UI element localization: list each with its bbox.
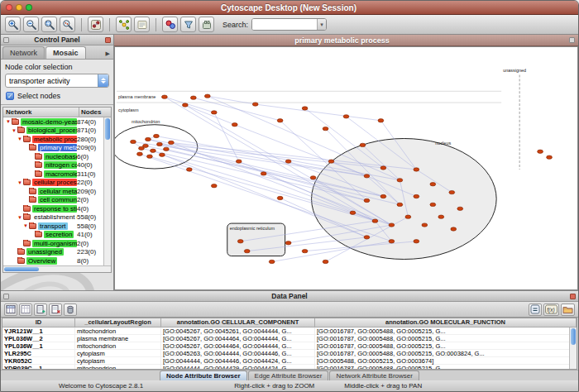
tree-item-label[interactable]: cellular metabolic process <box>38 188 77 195</box>
color-attribute-dropdown[interactable]: transporter activity <box>5 74 109 88</box>
tree-row[interactable]: ▼cellular process22(0) <box>3 179 103 188</box>
tree-row[interactable]: ▼mosaic-demo-yeast874(0) <box>3 117 103 127</box>
tree-item[interactable]: ▼biological_process <box>3 127 77 134</box>
tree-row[interactable]: nucleobase, nucleoside metabolism6(0) <box>3 152 103 161</box>
annotation-icon[interactable] <box>134 17 150 32</box>
tree-item-label[interactable]: cellular process <box>32 179 77 186</box>
tree-row[interactable]: macromolecule metabolism311(0) <box>3 170 103 179</box>
panel-close-icon[interactable] <box>3 294 9 299</box>
tab-network-attribute-browser[interactable]: Network Attribute Browser <box>329 370 419 380</box>
graphics-details-icon[interactable] <box>88 17 103 32</box>
column-header[interactable]: ID <box>2 318 75 327</box>
tree-item[interactable]: macromolecule metabolism <box>3 170 77 178</box>
tree-row[interactable]: ▼transport558(0) <box>3 222 103 231</box>
column-header[interactable]: annotation.GO MOLECULAR_FUNCTION <box>315 318 577 327</box>
tree-item[interactable]: cell communication <box>3 196 77 203</box>
tree-row[interactable]: secretion41(0) <box>3 231 103 240</box>
tree-expand-icon[interactable]: ▼ <box>17 136 23 141</box>
tree-item-label[interactable]: nitrogen compound metabolism <box>44 161 77 169</box>
tab-network[interactable]: Network <box>2 46 45 59</box>
network-canvas[interactable]: mitochondrionnucleusendoplasmic reticulu… <box>114 46 578 290</box>
tree-item-label[interactable]: metabolic process <box>32 136 77 143</box>
tree-item-label[interactable]: nucleobase, nucleoside metabolism <box>44 153 77 160</box>
tab-overflow-icon[interactable]: ▶ <box>106 50 112 59</box>
tree-item[interactable]: nitrogen compound metabolism <box>3 161 77 169</box>
panel-close-icon[interactable] <box>3 37 9 43</box>
tree-item[interactable]: cellular metabolic process <box>3 188 77 195</box>
equation-builder-icon[interactable] <box>529 304 542 316</box>
table-vertical-scrollbar[interactable] <box>569 327 577 369</box>
close-button[interactable] <box>6 4 12 11</box>
tree-item-label[interactable]: multi-organism process <box>32 240 77 247</box>
tree-item-label[interactable]: establishment of localization <box>32 213 77 221</box>
tree-item-label[interactable]: secretion <box>44 231 74 238</box>
table-row[interactable]: YDR039C__1mitochondrion[GO:0044444, GO:0… <box>2 365 577 369</box>
tab-edge-attribute-browser[interactable]: Edge Attribute Browser <box>248 370 329 380</box>
tree-item[interactable]: unassigned <box>3 248 77 256</box>
maximize-button[interactable] <box>26 4 32 11</box>
unselect-attributes-icon[interactable] <box>19 304 32 316</box>
tree-row[interactable]: nitrogen compound metabolism40(0) <box>3 161 103 170</box>
network-float-icon[interactable] <box>569 37 575 43</box>
tree-row[interactable]: ▼biological_process871(0) <box>3 127 103 136</box>
scrollbar-thumb[interactable] <box>4 267 39 271</box>
delete-attribute-icon[interactable] <box>49 304 62 316</box>
zoom-fit-icon[interactable] <box>60 17 75 32</box>
search-input[interactable] <box>252 19 317 30</box>
panel-float-icon[interactable] <box>570 294 576 299</box>
tree-expand-icon[interactable]: ▼ <box>11 128 17 133</box>
tree-expand-icon[interactable]: ▼ <box>5 119 12 124</box>
panel-float-icon[interactable] <box>105 37 111 43</box>
zoom-selected-icon[interactable] <box>41 17 57 32</box>
import-table-icon[interactable] <box>561 304 575 316</box>
tree-row[interactable]: ▼establishment of localization558(0) <box>3 213 103 222</box>
tree-row[interactable]: ▼metabolic process280(0) <box>3 135 103 144</box>
first-neighbors-icon[interactable] <box>116 17 132 32</box>
tree-item-label[interactable]: primary metabolic process <box>38 144 77 151</box>
vizmapper-icon[interactable] <box>162 17 178 32</box>
tree-expand-icon[interactable]: ▼ <box>17 180 23 185</box>
minimize-button[interactable] <box>16 4 22 11</box>
tree-row[interactable]: response to stimulus4(0) <box>3 204 103 213</box>
tree-expand-icon[interactable]: ▼ <box>17 215 23 220</box>
tree-item-label[interactable]: transport <box>38 222 68 230</box>
tab-node-attribute-browser[interactable]: Node Attribute Browser <box>160 370 247 380</box>
scrollbar-thumb[interactable] <box>105 118 110 140</box>
control-panel-header[interactable]: Control Panel <box>1 35 113 45</box>
tree-item-label[interactable]: macromolecule metabolism <box>44 170 77 178</box>
tree-horizontal-scrollbar[interactable] <box>3 265 111 272</box>
zoom-in-icon[interactable] <box>5 17 21 32</box>
clear-table-icon[interactable] <box>64 304 77 316</box>
new-attribute-icon[interactable] <box>34 304 47 316</box>
tree-item[interactable]: ▼mosaic-demo-yeast <box>3 118 77 126</box>
tab-mosaic[interactable]: Mosaic <box>45 46 86 59</box>
function-icon[interactable]: f(x) <box>543 304 559 316</box>
data-panel-header[interactable]: Data Panel <box>1 291 578 302</box>
select-nodes-checkbox[interactable]: ✓ <box>6 92 14 100</box>
tree-row[interactable]: multi-organism process2(0) <box>3 239 103 248</box>
tree-item[interactable]: ▼metabolic process <box>3 136 77 143</box>
tree-item[interactable]: nucleobase, nucleoside metabolism <box>3 153 77 160</box>
tree-row[interactable]: unassigned223(0) <box>3 248 103 257</box>
plugins-icon[interactable] <box>199 17 214 32</box>
column-header[interactable]: annotation.GO CELLULAR_COMPONENT <box>161 318 315 327</box>
scrollbar-thumb[interactable] <box>571 328 576 345</box>
tree-row[interactable]: Overview8(0) <box>3 256 103 265</box>
tree-item[interactable]: Overview <box>3 257 77 265</box>
tree-header-nodes[interactable]: Nodes <box>79 108 111 117</box>
tree-item[interactable]: ▼cellular process <box>3 179 77 186</box>
network-view-titlebar[interactable]: primary metabolic process <box>114 35 578 46</box>
tree-row[interactable]: primary metabolic process209(0) <box>3 144 103 153</box>
tree-item[interactable]: multi-organism process <box>3 240 77 247</box>
tree-item[interactable]: secretion <box>3 231 77 238</box>
tree-item-label[interactable]: cell communication <box>38 196 77 203</box>
tree-item-label[interactable]: biological_process <box>26 127 77 134</box>
column-header[interactable]: _cellularLayoutRegion <box>75 318 161 327</box>
tree-expand-icon[interactable]: ▼ <box>22 223 29 228</box>
tree-item-label[interactable]: Overview <box>26 257 57 265</box>
tree-item[interactable]: ▼transport <box>3 222 77 230</box>
tree-row[interactable]: cell communication2(0) <box>3 196 103 205</box>
select-attributes-icon[interactable] <box>4 304 17 316</box>
tree-row[interactable]: cellular metabolic process209(0) <box>3 187 103 196</box>
search-dropdown-icon[interactable]: ▾ <box>317 19 326 30</box>
